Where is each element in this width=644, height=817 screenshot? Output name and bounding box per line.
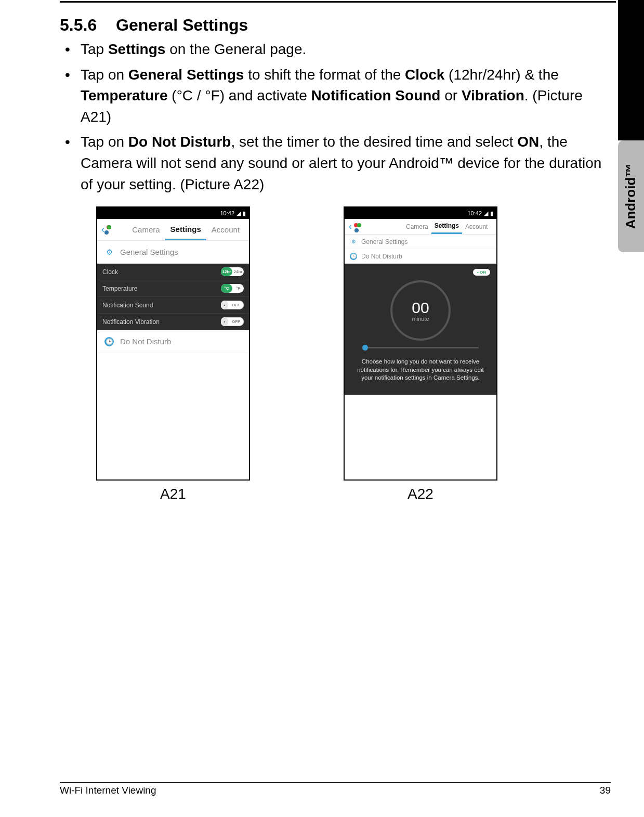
tab-settings[interactable]: Settings [165, 219, 206, 240]
row-do-not-disturb[interactable]: 🕒 Do Not Disturb [97, 330, 249, 353]
app-logo-icon [107, 225, 111, 235]
bullet-1: Tap Settings on the General page. [81, 39, 611, 60]
row-label: Do Not Disturb [120, 337, 171, 346]
back-icon[interactable]: ‹ [349, 221, 352, 232]
footer-page-number: 39 [600, 785, 611, 796]
side-black-bar [618, 0, 644, 140]
row-label: Do Not Disturb [361, 253, 402, 260]
gear-icon: ⚙ [350, 238, 357, 245]
label-clock: Clock [102, 268, 118, 276]
battery-icon: ▮ [243, 210, 246, 217]
tab-bar: ‹ Camera Settings Account [97, 219, 249, 241]
tab-camera[interactable]: Camera [403, 219, 431, 234]
settings-panel: Clock 12hr 24hr Temperature °C °F [97, 264, 249, 330]
toggle-clock[interactable]: 12hr 24hr [221, 267, 244, 276]
footer-title: Wi-Fi Internet Viewing [60, 785, 156, 796]
bullet-list: Tap Settings on the General page. Tap on… [60, 39, 611, 195]
back-icon[interactable]: ‹ [101, 224, 104, 235]
gear-icon: ⚙ [104, 248, 114, 257]
row-notification-vibration: Notification Vibration • OFF [97, 314, 249, 330]
dnd-slider[interactable] [362, 347, 479, 348]
row-temperature: Temperature °C °F [97, 280, 249, 297]
dnd-on-toggle[interactable]: • ON [473, 269, 490, 276]
row-general-settings[interactable]: ⚙ General Settings [345, 235, 496, 249]
row-do-not-disturb[interactable]: 🕒 Do Not Disturb [345, 249, 496, 264]
figure-label-a21: A21 [160, 486, 186, 502]
bullet-2: Tap on General Settings to shift the for… [81, 64, 611, 128]
tab-camera[interactable]: Camera [127, 219, 165, 240]
status-bar: 10:42 ◢ ▮ [97, 208, 249, 219]
dnd-timer-dial[interactable]: 00 minute [390, 280, 451, 341]
row-notification-sound: Notification Sound • OFF [97, 297, 249, 314]
label-notif-vib: Notification Vibration [102, 318, 160, 326]
tab-settings[interactable]: Settings [431, 219, 462, 234]
dnd-panel: • ON 00 minute Choose how long you do no… [345, 264, 496, 395]
section-title: General Settings [116, 16, 248, 34]
row-general-settings[interactable]: ⚙ General Settings [97, 241, 249, 264]
signal-icon: ◢ [236, 210, 241, 217]
label-temperature: Temperature [102, 285, 137, 292]
label-notif-sound: Notification Sound [102, 302, 153, 309]
side-tab-label: Android™ [623, 164, 639, 229]
screenshot-a22: 10:42 ◢ ▮ ‹ Camera Settings Account ⚙ Ge… [344, 206, 497, 481]
top-rule [60, 1, 616, 3]
section-heading: 5.5.6 General Settings [60, 16, 611, 35]
status-bar: 10:42 ◢ ▮ [345, 208, 496, 219]
clock-icon: 🕒 [350, 253, 357, 260]
section-number: 5.5.6 [60, 16, 97, 35]
toggle-temperature[interactable]: °C °F [221, 284, 244, 293]
toggle-notif-sound[interactable]: • OFF [221, 301, 244, 309]
toggle-notif-vibration[interactable]: • OFF [221, 317, 244, 326]
bullet-3: Tap on Do Not Disturb, set the timer to … [81, 132, 611, 195]
figure-label-a22: A22 [408, 486, 433, 502]
app-logo-icon [354, 223, 361, 230]
tab-account[interactable]: Account [462, 219, 491, 234]
dnd-help-text: Choose how long you do not want to recei… [353, 358, 488, 382]
side-tab-android: Android™ [618, 140, 644, 252]
page-footer: Wi-Fi Internet Viewing 39 [60, 782, 611, 796]
clock-icon: 🕒 [104, 337, 114, 346]
battery-icon: ▮ [490, 210, 493, 217]
tab-bar: ‹ Camera Settings Account [345, 219, 496, 235]
screenshot-a21: 10:42 ◢ ▮ ‹ Camera Settings Account ⚙ Ge… [96, 206, 250, 481]
status-time: 10:42 [220, 210, 234, 216]
dnd-timer-value: 00 [412, 299, 429, 317]
dnd-timer-unit: minute [412, 316, 429, 322]
status-time: 10:42 [467, 210, 482, 216]
signal-icon: ◢ [484, 210, 488, 217]
row-label: General Settings [120, 248, 178, 256]
tab-account[interactable]: Account [206, 219, 245, 240]
row-clock: Clock 12hr 24hr [97, 264, 249, 280]
row-label: General Settings [361, 238, 408, 245]
